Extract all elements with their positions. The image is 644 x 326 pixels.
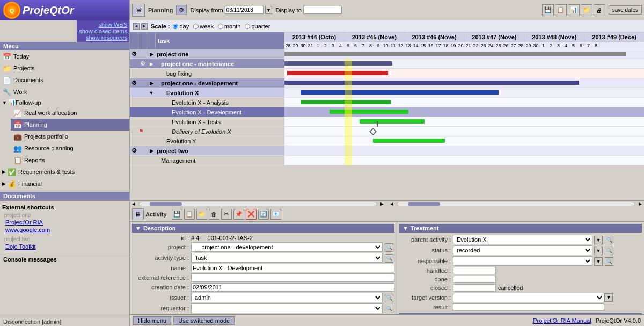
task-row-evx[interactable]: ▼ Evolution X [130,88,284,98]
toolbar-icon-3[interactable]: 📊 [568,4,580,16]
shortcut-projector-ria[interactable]: Project'Or RIA [2,219,127,226]
use-switched-button[interactable]: Use switched mode [173,316,235,325]
handled-input[interactable] [453,267,496,274]
project-search-btn[interactable]: 🔍 [385,243,393,252]
sidebar-item-planning[interactable]: 📅 Planning [11,119,129,131]
task-row-maint[interactable]: ⚙ ▶ project one - maintenance [130,59,284,69]
task-row-proj-two[interactable]: ⚙ ▶ project two [130,146,284,156]
target-version-dropdown[interactable]: ▼ [604,293,613,302]
responsible-value: ▼ 🔍 [453,256,642,266]
toolbar-save-icon[interactable]: 💾 [542,4,554,16]
task-row-proj-one[interactable]: ⚙ ▶ project one [130,49,284,59]
form-row-handled: handled : [399,267,642,274]
status-select[interactable]: recorded [453,245,592,255]
act-save-icon[interactable]: 💾 [172,209,182,220]
sidebar-item-real-work[interactable]: 📈 Real work allocation [11,107,129,119]
show-closed-link[interactable]: show closed items [79,28,127,34]
toolbar-icon-4[interactable]: 📁 [581,4,592,16]
form-row-result: result : [399,303,642,311]
shortcut-google[interactable]: www.google.com [2,226,127,234]
act-icon-6[interactable]: 📌 [233,209,244,220]
issuer-search-btn[interactable]: 🔍 [385,294,393,302]
dropdown-arrow-from[interactable]: ▼ [265,6,273,14]
sidebar-item-financial[interactable]: ▶ 💰 Financial [0,178,129,190]
sidebar-item-portfolio[interactable]: 💼 Projects portfolio [11,131,129,142]
task-row-evy[interactable]: Evolution Y [130,136,284,146]
toolbar-icon-5[interactable]: 🖨 [594,4,605,16]
issuer-select[interactable]: admin [191,293,383,302]
hide-menu-button[interactable]: Hide menu [133,316,171,325]
parent-activity-select[interactable]: Evolution X [453,235,592,244]
responsible-select[interactable] [453,256,592,266]
show-wbs-link[interactable]: show WBS [98,21,127,28]
gantt-scroll-thumb-right[interactable] [408,202,440,206]
disconnect-bar[interactable]: Disconnection [admin] [0,317,129,326]
sidebar-item-followup[interactable]: ▼ 📊 Follow-up [0,98,129,107]
sidebar-item-documents[interactable]: 📄 Documents [0,74,129,86]
day-cell: 24 [487,42,495,49]
act-icon-2[interactable]: 📋 [184,209,195,220]
responsible-dropdown[interactable]: ▼ [594,257,603,266]
act-cancel-icon[interactable]: ❌ [246,209,257,220]
act-refresh-icon[interactable]: 🔄 [258,209,269,220]
status-search[interactable]: 🔍 [605,247,613,255]
scroll-left-btn[interactable]: ◄ [130,201,137,207]
horizontal-scrollbar[interactable]: ◄ ► ◄ ► [130,200,644,207]
act-icon-4[interactable]: 🗑 [209,209,219,220]
sidebar-item-projects[interactable]: 📁 Projects [0,62,129,74]
shortcut-dojo[interactable]: Dojo Toolkit [2,243,127,250]
task-row-delivery[interactable]: ⚑ Delivery of Evolution X [130,127,284,136]
creation-date-input[interactable] [191,283,394,292]
requestor-select[interactable] [191,303,383,313]
task-row-bug[interactable]: bug fixing [130,69,284,78]
scale-day[interactable]: day [173,23,189,30]
act-email-icon[interactable]: 📧 [270,209,281,220]
toolbar-icon-2[interactable]: 📋 [555,4,567,16]
gear-button[interactable]: ⚙ [176,5,187,15]
parent-activity-search[interactable]: 🔍 [605,236,613,244]
task-row-analysis[interactable]: Evolutoin X - Analysis [130,98,284,107]
sidebar-item-today[interactable]: 📅 Today [0,50,129,62]
activity-type-search-btn[interactable]: 🔍 [385,254,393,263]
activity-type-select[interactable]: Task [191,253,383,263]
status-dropdown[interactable]: ▼ [594,247,603,255]
display-from-input[interactable] [225,6,264,14]
sidebar-item-reports[interactable]: 📋 Reports [11,154,129,166]
show-resources-link[interactable]: show resources [86,34,127,41]
scroll-right-btn[interactable]: ► [378,201,386,207]
target-version-select[interactable] [453,293,604,302]
external-shortcuts-section: External shortcuts project one Project'O… [0,200,129,255]
scale-month[interactable]: month [218,23,241,30]
manual-link[interactable]: Project'Or RIA Manual [533,317,591,324]
act-icon-3[interactable]: 📁 [196,209,207,220]
sidebar-item-requirements[interactable]: ▶ ✅ Requirements & tests [0,166,129,178]
sidebar-item-work[interactable]: 🔧 Work [0,86,129,98]
scroll-right-btn2[interactable]: ◄ [388,201,396,207]
responsible-search[interactable]: 🔍 [605,257,613,266]
nav-left-icon[interactable]: ◄ [133,23,140,30]
result-input[interactable] [453,303,604,311]
day-cell: 4 [562,42,570,49]
gantt-scroll-thumb-left[interactable] [150,202,182,206]
nav-right-icon[interactable]: ► [141,23,148,30]
project-select[interactable]: __project one - developement [191,242,383,252]
ext-ref-input[interactable] [191,273,394,282]
done-input[interactable] [453,276,496,283]
task-row-evx-dev[interactable]: Evolution X - Development [130,107,284,117]
name-input[interactable] [191,264,394,272]
scale-week[interactable]: week [193,23,214,30]
scale-quarter[interactable]: quarter [245,23,270,30]
task-row-tests[interactable]: Evolution X - Tests [130,117,284,127]
parent-activity-dropdown[interactable]: ▼ [594,236,603,244]
closed-input[interactable] [453,284,496,292]
sidebar-item-resource-planning[interactable]: 👥 Resource planning [11,142,129,154]
task-row-mgmt[interactable]: Management [130,156,284,165]
content-area: 🖥 Planning ⚙ Display from ▼ Display to 💾… [130,0,644,326]
requestor-search-btn[interactable]: 🔍 [385,305,393,313]
scroll-right-btn3[interactable]: ► [636,201,644,207]
task-row-dev[interactable]: ⚙ ▶ project one - developement [130,78,284,88]
act-icon-5[interactable]: ✂ [221,209,232,220]
shortcut-group-1: project two Dojo Toolkit [2,236,127,250]
save-dates-button[interactable]: save dates [609,5,642,15]
display-to-input[interactable] [303,6,342,14]
